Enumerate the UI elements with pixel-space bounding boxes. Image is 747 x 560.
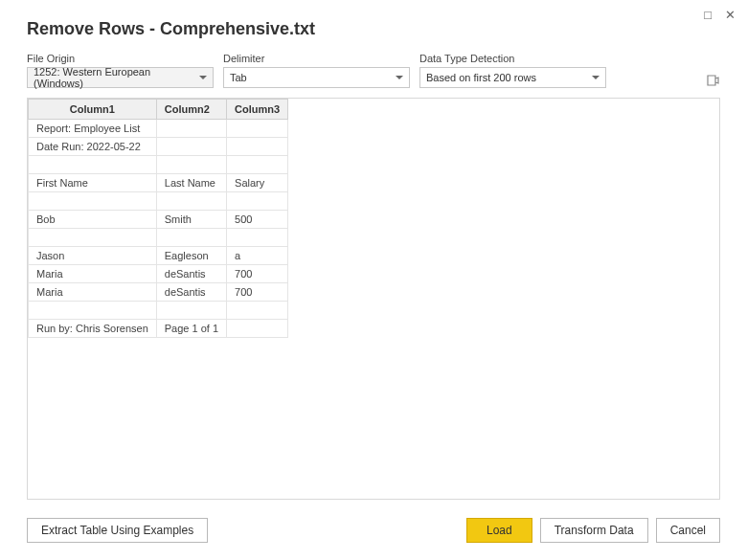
close-icon[interactable]: ✕ bbox=[725, 8, 736, 22]
table-cell: Bob bbox=[29, 211, 157, 229]
table-cell: Maria bbox=[29, 283, 157, 302]
table-cell: 700 bbox=[227, 283, 288, 302]
table-row[interactable]: Report: Employee List bbox=[29, 120, 288, 138]
maximize-icon[interactable]: □ bbox=[704, 8, 712, 22]
table-cell: First Name bbox=[29, 174, 157, 192]
table-cell bbox=[227, 320, 288, 338]
table-row[interactable]: Date Run: 2022-05-22 bbox=[29, 138, 288, 156]
column-header[interactable]: Column2 bbox=[156, 100, 226, 120]
table-cell bbox=[227, 192, 288, 211]
cancel-button[interactable]: Cancel bbox=[656, 518, 720, 543]
table-cell bbox=[29, 302, 157, 320]
column-header[interactable]: Column3 bbox=[227, 100, 288, 120]
table-cell bbox=[156, 229, 226, 247]
table-cell bbox=[227, 229, 288, 247]
table-cell bbox=[156, 156, 226, 174]
footer-bar: Extract Table Using Examples Load Transf… bbox=[27, 518, 720, 543]
table-row[interactable]: Run by: Chris SorensenPage 1 of 1 bbox=[29, 320, 288, 338]
table-row[interactable] bbox=[29, 229, 288, 247]
detection-group: Data Type Detection Based on first 200 r… bbox=[419, 53, 606, 88]
table-cell: Run by: Chris Sorensen bbox=[29, 320, 157, 338]
table-row[interactable]: MariadeSantis700 bbox=[29, 265, 288, 283]
table-row[interactable] bbox=[29, 156, 288, 174]
file-origin-dropdown[interactable]: 1252: Western European (Windows) bbox=[27, 67, 214, 88]
table-cell: Maria bbox=[29, 265, 157, 283]
detection-label: Data Type Detection bbox=[419, 53, 606, 64]
table-cell: deSantis bbox=[156, 265, 226, 283]
table-cell bbox=[156, 120, 226, 138]
chevron-down-icon bbox=[592, 76, 600, 79]
table-cell: 700 bbox=[227, 265, 288, 283]
file-origin-group: File Origin 1252: Western European (Wind… bbox=[27, 53, 214, 88]
detection-dropdown[interactable]: Based on first 200 rows bbox=[419, 67, 606, 88]
file-origin-value: 1252: Western European (Windows) bbox=[34, 66, 193, 89]
table-cell bbox=[227, 302, 288, 320]
transform-data-button[interactable]: Transform Data bbox=[540, 518, 648, 543]
table-cell bbox=[227, 138, 288, 156]
load-button[interactable]: Load bbox=[466, 518, 532, 543]
import-options-row: File Origin 1252: Western European (Wind… bbox=[0, 53, 747, 88]
column-header[interactable]: Column1 bbox=[29, 100, 157, 120]
detection-value: Based on first 200 rows bbox=[426, 72, 536, 83]
table-cell: 500 bbox=[227, 211, 288, 229]
table-row[interactable] bbox=[29, 192, 288, 211]
chevron-down-icon bbox=[199, 76, 207, 79]
delimiter-label: Delimiter bbox=[223, 53, 410, 64]
refresh-icon[interactable] bbox=[705, 73, 720, 88]
table-cell bbox=[156, 138, 226, 156]
table-row[interactable]: MariadeSantis700 bbox=[29, 283, 288, 302]
table-cell: Smith bbox=[156, 211, 226, 229]
table-cell bbox=[227, 120, 288, 138]
table-cell: Jason bbox=[29, 247, 157, 265]
table-cell bbox=[29, 156, 157, 174]
table-row[interactable]: JasonEaglesona bbox=[29, 247, 288, 265]
table-cell: Report: Employee List bbox=[29, 120, 157, 138]
extract-table-button[interactable]: Extract Table Using Examples bbox=[27, 518, 208, 543]
table-cell bbox=[156, 302, 226, 320]
table-cell bbox=[156, 192, 226, 211]
table-cell bbox=[29, 192, 157, 211]
table-cell: Eagleson bbox=[156, 247, 226, 265]
table-cell: Page 1 of 1 bbox=[156, 320, 226, 338]
preview-table: Column1Column2Column3 Report: Employee L… bbox=[28, 99, 288, 338]
table-cell: Last Name bbox=[156, 174, 226, 192]
table-cell: Salary bbox=[227, 174, 288, 192]
table-row[interactable]: BobSmith500 bbox=[29, 211, 288, 229]
dialog-title: Remove Rows - Comprehensive.txt bbox=[0, 0, 747, 53]
preview-area[interactable]: Column1Column2Column3 Report: Employee L… bbox=[27, 98, 720, 500]
table-row[interactable]: First NameLast NameSalary bbox=[29, 174, 288, 192]
table-row[interactable] bbox=[29, 302, 288, 320]
delimiter-dropdown[interactable]: Tab bbox=[223, 67, 410, 88]
table-cell: Date Run: 2022-05-22 bbox=[29, 138, 157, 156]
table-cell: deSantis bbox=[156, 283, 226, 302]
delimiter-group: Delimiter Tab bbox=[223, 53, 410, 88]
chevron-down-icon bbox=[396, 76, 403, 79]
table-cell bbox=[227, 156, 288, 174]
delimiter-value: Tab bbox=[230, 72, 247, 83]
window-controls: □ ✕ bbox=[704, 8, 736, 22]
table-cell bbox=[29, 229, 157, 247]
file-origin-label: File Origin bbox=[27, 53, 214, 64]
table-cell: a bbox=[227, 247, 288, 265]
